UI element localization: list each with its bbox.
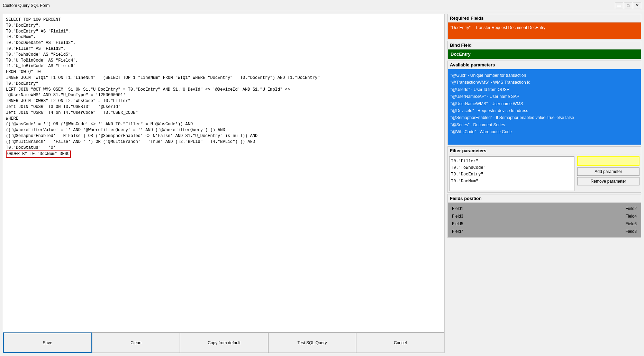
main-layout: SELECT TOP 100 PERCENTT0."DocEntry",T0."… [0, 11, 644, 356]
filter-params-title: Filter parameters [447, 146, 641, 155]
filter-list-item: T0."DocEntry" [451, 171, 573, 178]
add-parameter-button[interactable]: Add parameter [577, 167, 640, 176]
filter-params-content: T0."Filler"T0."ToWhsCode"T0."DocEntry"T0… [447, 155, 641, 193]
sql-line: T0."DocDueDate" AS "Field2", [6, 40, 442, 46]
field-position-right: Field2 [551, 206, 638, 212]
sql-line: T0."U_ToBinCode" AS "Field4", [6, 58, 442, 64]
copy-from-default-button[interactable]: Copy from default [180, 332, 268, 353]
clean-button[interactable]: Clean [92, 332, 180, 353]
fields-position-title: Fields position [447, 194, 641, 202]
sql-line: (('@WhsCode' = '') OR ('@WhsCode' <> '' … [6, 121, 442, 127]
sql-line: T0."DocEntry", [6, 23, 442, 29]
sql-line: (('@MultiBranch' = 'False' AND '=') OR (… [6, 139, 442, 145]
filter-controls: Add parameter Remove parameter [577, 156, 640, 191]
available-param-item: "@Series" - Document Series [451, 121, 638, 128]
app-title: Custom Query SQL Form [3, 3, 50, 8]
minimize-button[interactable]: — [615, 2, 623, 9]
sql-line: T0."ToWhsCode" AS "Field5", [6, 52, 442, 58]
available-param-item: "@SemaphorEnabled" - If Semaphor enabled… [451, 114, 638, 121]
filter-list[interactable]: T0."Filler"T0."ToWhsCode"T0."DocEntry"T0… [449, 156, 574, 191]
test-sql-query-button[interactable]: Test SQL Query [268, 332, 356, 353]
bottom-buttons: Save Clean Copy from default Test SQL Qu… [3, 332, 444, 353]
sql-line: T0."DocNum", [6, 34, 442, 40]
bind-field-title: Bind Field [447, 41, 641, 49]
sql-line: left JOIN "USR6" T4 on T4."UserCode" = T… [6, 110, 442, 116]
sql-line: T0."DocEntry" AS "Field1", [6, 29, 442, 35]
sql-line: T1."U_ToBinCode" AS "Field6" [6, 63, 442, 69]
available-param-item: "@UserId" - User Id from OUSR [451, 86, 638, 93]
save-button[interactable]: Save [3, 332, 92, 353]
required-fields-title: Required Fields [447, 14, 641, 22]
title-bar: Custom Query SQL Form — □ ✕ [0, 0, 644, 11]
sql-line: T0."DocStatus" = 'O' [6, 145, 442, 151]
required-fields-content: "DocEntry" – Transfer Request Document D… [447, 22, 641, 39]
available-param-item: "@TransactionWMS" - WMS Transaction Id [451, 79, 638, 86]
cancel-button[interactable]: Cancel [356, 332, 444, 353]
bind-field-content: DocEntry [447, 49, 641, 59]
available-param-item: "@UserNameSAP" - User name SAP [451, 93, 638, 100]
available-param-item: "@DeviceId" - Requester device Id adress [451, 107, 638, 114]
field-position-right: Field8 [551, 228, 638, 235]
available-param-item: "@Guid" - Unique number for transaction [451, 72, 638, 79]
field-position-left: Field5 [451, 221, 537, 227]
sql-line: '@UserNameWMS' AND S1."U_DocType" = '125… [6, 92, 442, 98]
remove-parameter-button[interactable]: Remove parameter [577, 177, 640, 185]
filter-list-item: T0."DocNum" [451, 178, 573, 185]
highlighted-sql-line: ORDER BY T0."DocNum" DESC [6, 150, 71, 158]
available-param-item: "@UserNameWMS" - User name WMS [451, 100, 638, 107]
field-position-right: Field4 [551, 213, 638, 219]
sql-line: T0."DocEntry" [6, 81, 442, 87]
filter-list-item: T0."ToWhsCode" [451, 165, 573, 171]
sql-line: (('@WhereFilterValue' = '' AND '@WhereFi… [6, 127, 442, 133]
right-panel: Required Fields "DocEntry" – Transfer Re… [447, 14, 641, 353]
fields-position-content: Field1Field2Field3Field4Field5Field6Fiel… [447, 202, 641, 238]
sql-line: INNER JOIN "WTQ1" T1 ON T1."LineNum" = (… [6, 75, 442, 81]
filter-input[interactable] [577, 156, 640, 166]
field-position-left: Field7 [451, 228, 537, 235]
sql-line: INNER JOIN "OWHS" T2 ON T2."WhsCode" = T… [6, 98, 442, 104]
sql-line: WHERE [6, 116, 442, 122]
sql-line: T0."Filler" AS "Field3", [6, 46, 442, 52]
field-position-left: Field3 [451, 213, 537, 219]
available-params-content: "@Guid" - Unique number for transaction"… [447, 69, 641, 145]
left-panel: SELECT TOP 100 PERCENTT0."DocEntry",T0."… [3, 14, 445, 353]
available-params-title: Available parameters [447, 61, 641, 69]
field-position-right: Field6 [551, 221, 638, 227]
close-button[interactable]: ✕ [633, 2, 641, 9]
sql-line: FROM "OWTQ" T0 [6, 69, 442, 75]
available-param-item: "@WhsCode" - Warehouse Code [451, 128, 638, 135]
sql-line: SELECT TOP 100 PERCENT [6, 17, 442, 23]
bind-field-text: DocEntry [451, 52, 471, 57]
sql-line: LEFT JOIN "@CT_WMS_OSEM" S1 ON S1."U_Doc… [6, 87, 442, 93]
restore-button[interactable]: □ [624, 2, 632, 9]
field-position-left: Field1 [451, 206, 537, 212]
sql-line: left JOIN "OUSR" T3 ON T3."USERID" = '@U… [6, 104, 442, 110]
sql-line: (('@SemaphorEnabled' = N'False') OR ('@S… [6, 133, 442, 139]
sql-editor[interactable]: SELECT TOP 100 PERCENTT0."DocEntry",T0."… [3, 14, 444, 332]
filter-list-item: T0."Filler" [451, 158, 573, 165]
required-fields-text: "DocEntry" – Transfer Request Document D… [451, 25, 545, 30]
